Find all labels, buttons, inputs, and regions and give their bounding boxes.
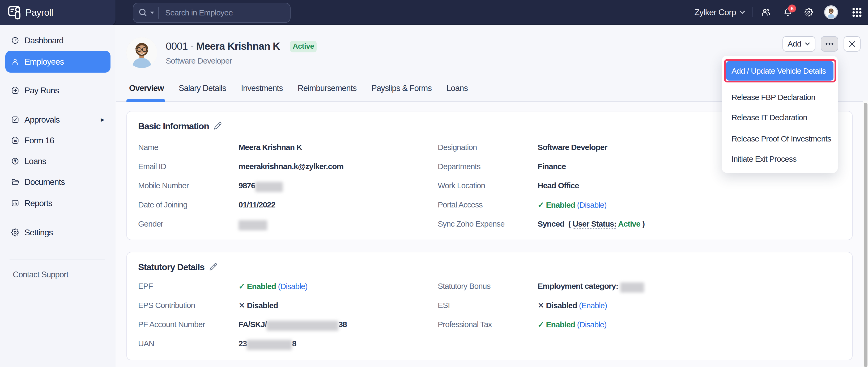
svg-text:₹: ₹: [14, 159, 17, 163]
svg-text:16: 16: [13, 139, 17, 143]
